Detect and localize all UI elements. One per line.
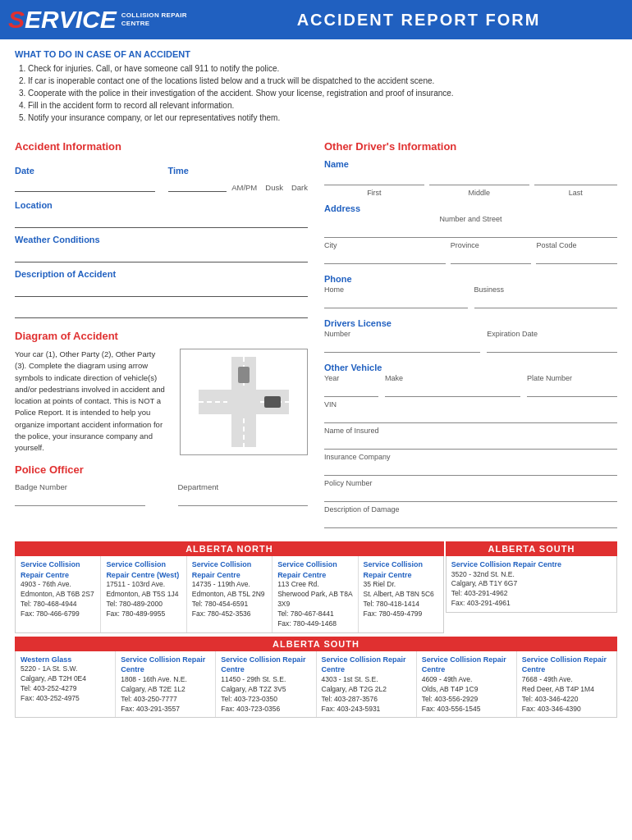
location-field-area: Location [15,200,308,228]
province-col: Province [451,241,532,267]
year-label: Year [324,374,378,382]
list-item: Cooperate with the police in their inves… [28,87,617,99]
damage-description-input[interactable] [324,515,617,528]
expiration-date-col: Expiration Date [487,330,617,356]
province-input[interactable] [451,251,532,264]
footer-top-row: ALBERTA NORTH Service Collision Repair C… [15,541,617,633]
plate-input[interactable] [527,384,617,397]
south-top-loc-0: Service Collision Repair Centre 3520 - 3… [447,556,616,612]
plate-col: Plate Number [527,374,617,400]
svg-rect-6 [238,367,250,383]
time-input[interactable] [168,177,227,192]
first-name-input[interactable] [324,172,424,185]
list-item: Notify your insurance company, or let ou… [28,112,617,124]
alberta-south-bottom-section: ALBERTA SOUTH Western Glass 5220 - 1A St… [15,637,617,719]
city-input[interactable] [324,251,446,264]
home-label: Home [324,285,468,294]
what-to-do-heading: WHAT TO DO IN CASE OF AN ACCIDENT [15,49,617,59]
business-col: Business [474,285,618,312]
body: WHAT TO DO IN CASE OF AN ACCIDENT Check … [0,39,632,728]
location-input[interactable] [15,213,308,228]
north-loc-4: Service Collision Repair Centre 35 Riel … [359,556,443,632]
time-field-area: Time AM/PM Dusk Dark [168,159,309,194]
middle-name-input[interactable] [429,172,529,185]
location-label: Location [15,200,308,210]
south-loc-2: Service Collision Repair Centre 11450 - … [216,651,316,718]
collision-text: COLLISION REPAIR CENTRE [121,11,187,29]
plate-number-label: Plate Number [527,374,617,382]
year-col: Year [324,374,378,400]
south-loc-4: Service Collision Repair Centre 4609 - 4… [417,651,517,718]
department-label: Department [178,482,309,491]
drivers-license-label: Drivers License [324,318,617,328]
insurance-company-input[interactable] [324,463,617,476]
alberta-south-top-section: ALBERTA SOUTH Service Collision Repair C… [446,541,617,633]
make-label: Make [385,374,520,382]
south-loc-0: Western Glass 5220 - 1A St. S.W. Calgary… [16,651,116,718]
make-col: Make [385,374,520,400]
last-name-col: Last [534,171,617,197]
header-title-area: ACCIDENT REPORT FORM [205,0,632,39]
expiration-input[interactable] [487,340,617,353]
license-number-col: Number [324,330,480,356]
description-input-1[interactable] [15,282,308,297]
badge-row: Badge Number Department [15,482,308,509]
police-title: Police Officer [15,463,308,476]
business-phone-input[interactable] [474,295,618,308]
alberta-north-section: ALBERTA NORTH Service Collision Repair C… [15,541,444,633]
badge-number-input[interactable] [15,493,145,506]
name-label: Name [324,159,617,169]
year-input[interactable] [324,384,378,397]
make-input[interactable] [385,384,520,397]
city-col: City [324,241,446,267]
date-input[interactable] [15,177,155,192]
postal-input[interactable] [536,251,617,264]
policy-number-input[interactable] [324,489,617,502]
north-loc-1: Service Collision Repair Centre (West) 1… [101,556,186,632]
road-diagram-svg [199,357,289,447]
footer: ALBERTA NORTH Service Collision Repair C… [15,541,617,718]
ampm-label: AM/PM [231,183,257,192]
alberta-south-bottom-grid: Western Glass 5220 - 1A St. S.W. Calgary… [15,651,617,719]
list-item: Fill in the accident form to record all … [28,99,617,112]
list-item: If car is inoperable contact one of the … [28,75,617,87]
damage-description-label: Description of Damage [324,505,617,514]
license-number-input[interactable] [324,340,480,353]
province-label: Province [451,241,532,249]
north-loc-3: Service Collision Repair Centre 113 Cree… [272,556,358,632]
policy-number-label: Policy Number [324,479,617,487]
number-label: Number [324,330,480,338]
left-column: Accident Information Date Time AM/PM Dus… [15,137,308,532]
list-item: Check for injuries. Call, or have someon… [28,62,617,75]
insured-input[interactable] [324,436,617,450]
svg-rect-7 [264,396,281,408]
year-make-plate-row: Year Make Plate Number [324,374,617,400]
home-col: Home [324,285,468,312]
dusk-label: Dusk [265,183,283,192]
alberta-south-top-grid: Service Collision Repair Centre 3520 - 3… [446,556,617,613]
middle-name-col: Middle [429,171,529,197]
home-phone-input[interactable] [324,295,468,308]
diagram-title: Diagram of Accident [15,330,308,342]
what-to-do-section: WHAT TO DO IN CASE OF AN ACCIDENT Check … [15,49,617,124]
alberta-north-grid: Service Collision Repair Centre 4903 - 7… [15,556,444,633]
service-logo: SSERVICEERVICE [8,7,117,32]
other-driver-title: Other Driver's Information [324,140,617,153]
diagram-box [180,349,308,455]
department-input[interactable] [178,493,309,506]
business-label: Business [474,285,618,294]
weather-input[interactable] [15,248,308,262]
description-input-2[interactable] [15,304,308,318]
address-street-input[interactable] [324,225,617,238]
vin-input[interactable] [324,410,617,423]
last-name-input[interactable] [534,172,617,185]
middle-label: Middle [429,189,529,197]
south-loc-5: Service Collision Repair Centre 7668 - 4… [517,651,616,718]
date-label: Date [15,166,155,176]
police-section: Police Officer Badge Number Department [15,463,308,509]
south-loc-1: Service Collision Repair Centre 1808 - 1… [116,651,216,718]
address-label: Address [324,203,617,213]
diagram-area: Your car (1), Other Party (2), Other Par… [15,349,308,455]
city-province-row: City Province Postal Code [324,241,617,267]
alberta-south-top-header: ALBERTA SOUTH [446,541,617,556]
